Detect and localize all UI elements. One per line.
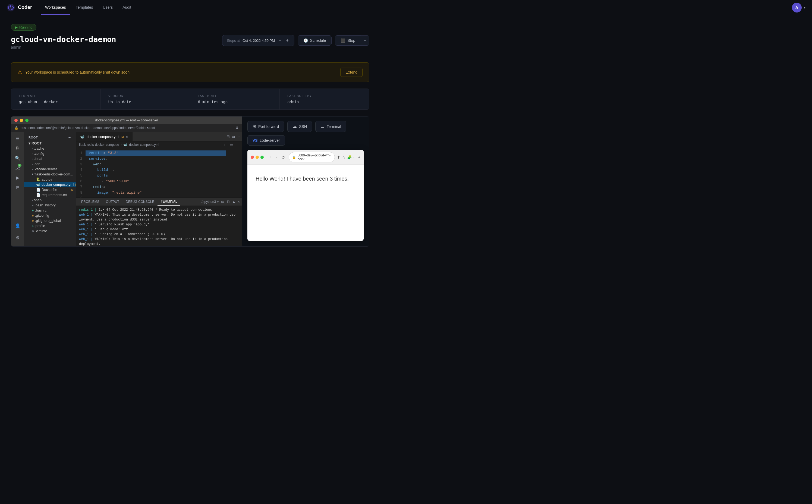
- breadcrumb-bar: flask-redis-docker-compose › 🐋 docker-co…: [76, 141, 242, 148]
- terminal-trash-icon[interactable]: 🗑: [226, 200, 230, 204]
- terminal-content[interactable]: redis_1 | 1:M 04 Oct 2022 21:48:20.940 *…: [76, 206, 242, 246]
- tree-item-viminfo[interactable]: ◈ .viminfo: [24, 228, 76, 234]
- tree-item-bash-history[interactable]: ≡ .bash_history: [24, 203, 76, 208]
- vscode-panel: docker-compose.yml — root — code-server …: [11, 116, 242, 246]
- tree-item-gitignore[interactable]: ◈ .gitignore_global: [24, 218, 76, 223]
- port-forward-button[interactable]: ⊞ Port forward: [247, 121, 284, 132]
- tree-new-file-icon[interactable]: ···: [68, 135, 71, 140]
- last-built-label: LAST BUILT: [198, 94, 272, 97]
- vscode-git-icon[interactable]: ⎇ 2: [13, 163, 22, 172]
- vscode-settings-icon[interactable]: ⚙: [13, 233, 22, 242]
- tree-root-label: ROOT: [32, 141, 42, 145]
- tree-item-label: .cache: [34, 146, 44, 150]
- browser-actions: ⬆ ☆ 🧩 ··· +: [337, 155, 360, 159]
- terminal-tab-debug[interactable]: DEBUG CONSOLE: [122, 198, 158, 206]
- split-editor-icon[interactable]: ⊞: [226, 134, 230, 139]
- tree-root-item[interactable]: ▾ ROOT: [24, 141, 76, 146]
- user-avatar-button[interactable]: A: [792, 3, 802, 12]
- browser-back-button[interactable]: ‹: [268, 154, 273, 160]
- browser-minimize-dot[interactable]: [256, 156, 259, 159]
- vscode-extensions-icon[interactable]: ⊞: [13, 183, 22, 192]
- url-download-icon[interactable]: ⬇: [235, 126, 239, 130]
- tree-item-local[interactable]: › .local: [24, 156, 76, 161]
- window-maximize-button[interactable]: [25, 119, 29, 122]
- stop-dropdown-button[interactable]: ▾: [361, 36, 369, 45]
- terminal-tab-problems[interactable]: PROBLEMS: [78, 198, 103, 206]
- tree-item-profile[interactable]: $ .profile: [24, 223, 76, 228]
- more-options-icon[interactable]: ···: [235, 143, 239, 147]
- terminal-close-icon[interactable]: ×: [238, 200, 240, 204]
- editor-more-icon[interactable]: ···: [237, 134, 240, 139]
- code-server-button[interactable]: VS code-server: [247, 135, 285, 146]
- window-minimize-button[interactable]: [20, 119, 23, 122]
- window-close-button[interactable]: [14, 119, 18, 122]
- stops-decrease-button[interactable]: −: [278, 38, 282, 43]
- code-content[interactable]: version: "3.3" services: web: build: . p…: [86, 148, 226, 197]
- tree-item-ssh[interactable]: › .ssh: [24, 161, 76, 166]
- user-menu-chevron[interactable]: ▾: [804, 6, 805, 10]
- folder-icon: ›: [32, 168, 33, 171]
- browser-add-tab-icon[interactable]: +: [358, 155, 360, 159]
- browser-bookmark-icon[interactable]: ☆: [342, 155, 345, 159]
- extend-button[interactable]: Extend: [340, 68, 363, 77]
- browser-more-icon[interactable]: ···: [353, 155, 357, 159]
- code-line-9: [86, 196, 226, 197]
- tree-item-dockerfile[interactable]: 📄 Dockerfile M: [24, 187, 76, 192]
- vscode-sidebar-icons: ☰ ⎘ 🔍 ⎇ 2 ▶ ⊞ 👤 ⚙: [11, 132, 24, 246]
- tree-item-docker-compose[interactable]: 🐋 docker-compose.yml M: [24, 182, 76, 187]
- terminal-line: web_1 | * Running on all addresses (0.0.…: [79, 232, 239, 237]
- editor-layout-icon[interactable]: ▭: [231, 134, 235, 139]
- tree-item-label: snap: [34, 198, 42, 202]
- tree-item-cache[interactable]: › .cache: [24, 146, 76, 151]
- browser-forward-button[interactable]: ›: [274, 154, 278, 160]
- vscode-account-icon[interactable]: 👤: [13, 221, 22, 230]
- minimap-icon[interactable]: ⊞: [224, 143, 228, 147]
- editor-tab-docker-compose[interactable]: 🐋 docker-compose.yml M ×: [76, 132, 133, 141]
- vscode-explorer-icon[interactable]: ⎘: [13, 144, 22, 153]
- tree-item-bashrc[interactable]: ◈ .bashrc: [24, 208, 76, 213]
- tree-item-gitconfig[interactable]: ◈ .gitconfig: [24, 213, 76, 218]
- terminal-split-icon[interactable]: ▭: [221, 200, 224, 204]
- ssh-button[interactable]: ☁ SSH: [287, 121, 312, 132]
- browser-close-dot[interactable]: [251, 156, 254, 159]
- vscode-run-icon[interactable]: ▶: [13, 173, 22, 182]
- nav-workspaces[interactable]: Workspaces: [41, 0, 70, 15]
- tree-item-vscode-server[interactable]: › .vscode-server: [24, 166, 76, 172]
- tree-item-apppy[interactable]: 🐍 app.py: [24, 177, 76, 182]
- workspace-title: gcloud-vm-docker-daemon: [11, 35, 116, 44]
- vscode-menu-icon[interactable]: ☰: [13, 134, 22, 143]
- browser-urlbar[interactable]: 🔒 5000--dev--gcloud-vm-dock...: [289, 152, 335, 162]
- code-view[interactable]: 1234 56789 version: "3.3" services: web:…: [76, 148, 242, 197]
- tree-item-snap[interactable]: › snap: [24, 197, 76, 203]
- schedule-button[interactable]: 🕐 Schedule: [298, 35, 332, 46]
- terminal-tab-terminal[interactable]: TERMINAL: [158, 198, 181, 206]
- tab-close-button[interactable]: ×: [126, 135, 128, 138]
- browser-nav-buttons: ‹ › ↺: [268, 154, 287, 160]
- terminal-max-icon[interactable]: ▲: [232, 200, 236, 204]
- browser-maximize-dot[interactable]: [260, 156, 264, 159]
- nav-users[interactable]: Users: [99, 0, 117, 15]
- url-text[interactable]: oss.demo.coder.com/@admin/gcloud-vm-dock…: [21, 126, 233, 130]
- terminal-button[interactable]: ▭ Terminal: [315, 121, 346, 132]
- logo-link[interactable]: Coder: [7, 3, 32, 12]
- breadcrumb-folder: flask-redis-docker-compose: [79, 143, 119, 147]
- file-prefix-icon: ◈: [32, 219, 34, 222]
- terminal-tab-output[interactable]: OUTPUT: [103, 198, 122, 206]
- nav-audit[interactable]: Audit: [118, 0, 136, 15]
- editor-tabs: 🐋 docker-compose.yml M × ⊞ ▭ ···: [76, 132, 242, 141]
- tree-item-config[interactable]: › .config: [24, 151, 76, 156]
- terminal-label: Terminal: [327, 124, 341, 129]
- nav-templates[interactable]: Templates: [71, 0, 97, 15]
- browser-hello-text: Hello World! I have been seen 3 times.: [256, 176, 355, 182]
- vscode-search-icon[interactable]: 🔍: [13, 154, 22, 162]
- tree-item-flask[interactable]: ▾ flask-redis-docker-com... ●: [24, 172, 76, 177]
- browser-reload-button[interactable]: ↺: [280, 154, 287, 160]
- stop-button[interactable]: ⬛ Stop: [335, 36, 361, 45]
- browser-puzzle-icon[interactable]: 🧩: [347, 155, 352, 159]
- tab-docker-icon: 🐋: [80, 135, 84, 139]
- python-selector[interactable]: ⬡ python3 +: [201, 200, 219, 204]
- split-view-icon[interactable]: ▭: [230, 143, 233, 147]
- stops-increase-button[interactable]: +: [285, 38, 289, 43]
- tree-item-requirements[interactable]: 📄 requirements.txt: [24, 192, 76, 197]
- browser-share-icon[interactable]: ⬆: [337, 155, 340, 159]
